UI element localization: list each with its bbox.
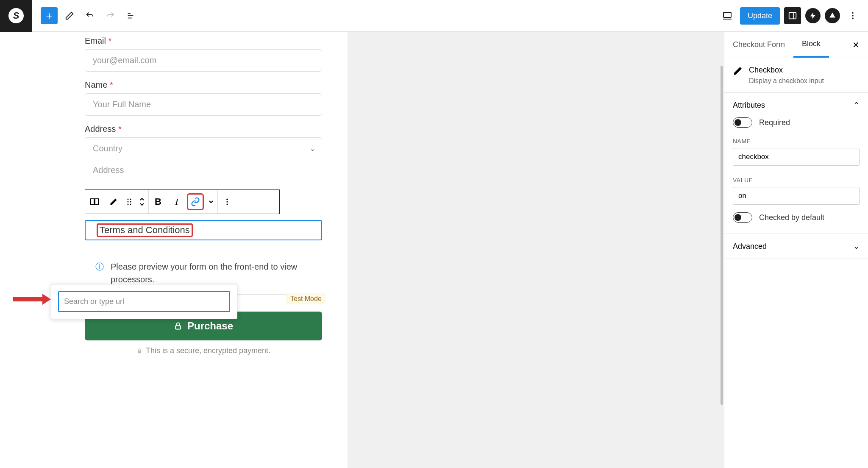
link-button-wrapper — [186, 190, 205, 214]
address-field-group: Address * ⌄ — [85, 124, 322, 181]
advanced-panel: Advanced ⌄ — [724, 234, 868, 259]
annotation-arrow — [13, 293, 51, 307]
form-preview: Email * Name * Address * ⌄ — [0, 32, 348, 468]
chevron-down-icon: ⌄ — [853, 242, 860, 251]
logo-icon: S — [8, 8, 24, 23]
svg-marker-24 — [42, 294, 51, 305]
undo-icon[interactable] — [81, 7, 98, 24]
required-label: Required — [759, 118, 790, 127]
block-type-icon[interactable] — [85, 190, 104, 214]
info-icon: ⓘ — [95, 261, 104, 273]
update-button[interactable]: Update — [740, 7, 780, 25]
svg-rect-22 — [138, 351, 141, 353]
svg-point-20 — [226, 203, 228, 205]
svg-point-9 — [852, 18, 854, 20]
drag-handle-icon[interactable] — [123, 190, 136, 214]
value-attr-input[interactable] — [733, 187, 860, 205]
move-up-down-icon[interactable] — [136, 190, 148, 214]
toolbar-left: + — [41, 7, 139, 24]
desktop-preview-icon[interactable] — [719, 7, 736, 24]
scrollbar[interactable] — [720, 32, 724, 468]
svg-point-16 — [128, 204, 129, 205]
more-options-icon[interactable] — [844, 7, 861, 24]
bolt-icon[interactable] — [805, 8, 821, 23]
svg-rect-3 — [723, 12, 731, 17]
svg-point-15 — [130, 201, 131, 203]
checkbox-block-icon — [733, 66, 743, 85]
settings-sidebar: Checkout Form Block ✕ Checkbox Display a… — [724, 32, 868, 468]
link-button[interactable] — [187, 193, 204, 210]
main-area: Email * Name * Address * ⌄ — [0, 32, 868, 468]
block-title: Checkbox — [749, 66, 824, 75]
country-select[interactable] — [85, 137, 322, 159]
name-label: Name * — [85, 80, 322, 90]
checked-default-label: Checked by default — [759, 213, 824, 222]
test-mode-badge: Test Mode — [286, 293, 326, 304]
svg-point-14 — [128, 201, 129, 203]
add-block-button[interactable]: + — [41, 7, 58, 24]
address-label: Address * — [85, 124, 322, 134]
close-sidebar-button[interactable]: ✕ — [844, 32, 868, 58]
block-description: Display a checkbox input — [749, 77, 824, 85]
checked-default-toggle[interactable] — [733, 212, 752, 223]
svg-rect-5 — [789, 13, 796, 19]
top-toolbar: S + Update — [0, 0, 868, 32]
svg-point-17 — [130, 204, 131, 205]
svg-point-18 — [226, 199, 228, 200]
svg-rect-21 — [175, 326, 181, 329]
tab-checkout-form[interactable]: Checkout Form — [724, 32, 793, 58]
secure-payment-text: This is a secure, encrypted payment. — [85, 346, 322, 355]
lock-small-icon — [136, 348, 142, 354]
scrollbar-thumb[interactable] — [721, 66, 723, 405]
required-toggle-row: Required — [733, 117, 860, 128]
chevron-up-icon: ⌃ — [853, 100, 860, 110]
svg-point-12 — [128, 199, 129, 200]
checked-toggle-row: Checked by default — [733, 212, 860, 223]
bold-button[interactable]: B — [149, 190, 167, 214]
link-url-input[interactable] — [58, 291, 230, 312]
svg-point-19 — [226, 201, 228, 202]
attributes-panel-head[interactable]: Attributes ⌃ — [724, 93, 868, 117]
block-toolbar: B I — [85, 189, 280, 214]
address-input[interactable] — [85, 159, 322, 181]
svg-point-8 — [852, 15, 854, 17]
name-input[interactable] — [85, 93, 322, 116]
name-field-group: Name * — [85, 80, 322, 116]
app-logo[interactable]: S — [0, 0, 32, 32]
tab-block[interactable]: Block — [793, 32, 829, 58]
svg-rect-10 — [91, 199, 94, 205]
canvas-empty-area — [348, 32, 724, 468]
sidebar-toggle-icon[interactable] — [784, 7, 801, 24]
email-field-group: Email * — [85, 36, 322, 72]
svg-point-7 — [852, 12, 854, 14]
attributes-panel: Attributes ⌃ Required NAME VALUE Checked… — [724, 93, 868, 234]
name-attr-input[interactable] — [733, 148, 860, 166]
link-url-popover — [51, 284, 237, 319]
toolbar-right: Update — [719, 7, 861, 25]
edit-icon[interactable] — [61, 7, 78, 24]
user-icon[interactable] — [825, 8, 840, 23]
email-input[interactable] — [85, 49, 322, 72]
sidebar-tabs: Checkout Form Block ✕ — [724, 32, 868, 58]
outline-icon[interactable] — [122, 7, 139, 24]
checkbox-block[interactable]: Terms and Conditions — [85, 220, 322, 240]
info-text: Please preview your form on the front-en… — [111, 260, 312, 286]
italic-button[interactable]: I — [167, 190, 186, 214]
redo-icon[interactable] — [102, 7, 119, 24]
block-header: Checkbox Display a checkbox input — [724, 58, 868, 93]
advanced-panel-head[interactable]: Advanced ⌄ — [724, 234, 868, 259]
checkbox-input[interactable] — [90, 228, 94, 232]
svg-rect-11 — [95, 199, 98, 205]
edit-pencil-icon[interactable] — [104, 190, 123, 214]
editor-canvas: Email * Name * Address * ⌄ — [0, 32, 724, 468]
svg-point-13 — [130, 199, 131, 200]
more-formatting-icon[interactable] — [205, 190, 217, 214]
block-more-icon[interactable] — [218, 190, 236, 214]
value-attr-label: VALUE — [733, 177, 860, 184]
chevron-down-icon: ⌄ — [310, 145, 315, 153]
required-toggle[interactable] — [733, 117, 752, 128]
lock-icon — [174, 322, 182, 330]
name-attr-label: NAME — [733, 138, 860, 145]
email-label: Email * — [85, 36, 322, 46]
checkbox-label-text[interactable]: Terms and Conditions — [97, 223, 193, 237]
